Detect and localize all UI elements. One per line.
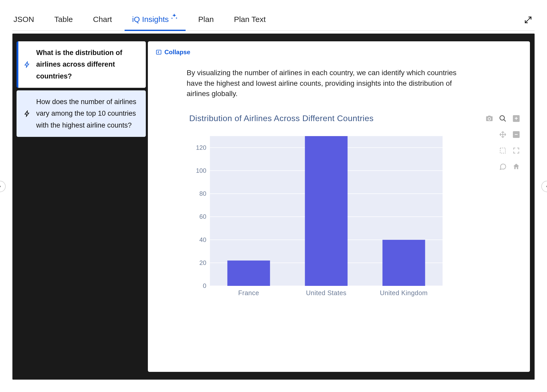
tab-label: iQ Insights: [132, 15, 169, 24]
svg-rect-0: [156, 50, 161, 54]
svg-text:120: 120: [196, 144, 206, 151]
tool-minus-icon[interactable]: −: [511, 130, 521, 139]
svg-rect-2: [500, 148, 505, 153]
svg-text:60: 60: [199, 213, 206, 220]
svg-text:United Kingdom: United Kingdom: [380, 289, 428, 296]
svg-text:40: 40: [199, 236, 206, 243]
tool-chat-icon[interactable]: [498, 162, 508, 171]
collapse-label: Collapse: [164, 49, 190, 56]
svg-text:20: 20: [199, 259, 206, 266]
svg-rect-22: [383, 240, 425, 286]
tab-label: Plan Text: [234, 15, 266, 24]
svg-text:United States: United States: [306, 289, 347, 296]
tool-home-icon[interactable]: [511, 162, 521, 171]
bolt-icon: [24, 61, 31, 68]
tab-label: Chart: [93, 15, 112, 24]
svg-text:100: 100: [196, 167, 206, 174]
tab-json[interactable]: JSON: [12, 10, 35, 30]
tab-plan[interactable]: Plan: [197, 10, 215, 30]
question-list: What is the distribution of airlines acr…: [17, 41, 146, 372]
svg-text:France: France: [238, 289, 259, 296]
tab-plan-text[interactable]: Plan Text: [233, 10, 267, 30]
insights-panel: What is the distribution of airlines acr…: [12, 34, 535, 380]
tool-select-icon[interactable]: [498, 146, 508, 155]
expand-button[interactable]: [524, 16, 535, 25]
question-text: How does the number of airlines vary amo…: [36, 96, 139, 131]
svg-rect-20: [305, 136, 348, 286]
svg-text:80: 80: [199, 190, 206, 197]
sparkles-icon: [170, 13, 178, 21]
tab-label: JSON: [13, 15, 34, 24]
tab-label: Table: [54, 15, 73, 24]
question-item[interactable]: How does the number of airlines vary amo…: [17, 90, 146, 137]
svg-rect-18: [227, 261, 270, 286]
tool-fullscreen-icon[interactable]: [511, 146, 521, 155]
question-text: What is the distribution of airlines acr…: [36, 47, 139, 82]
chart-toolbar: + −: [484, 114, 521, 171]
chart-area: Distribution of Airlines Across Differen…: [174, 114, 522, 302]
tab-iq-insights[interactable]: iQ Insights: [131, 10, 179, 30]
svg-point-1: [500, 116, 505, 120]
tab-bar: JSON Table Chart iQ Insights Plan Plan T…: [12, 0, 535, 31]
tool-plus-icon[interactable]: +: [511, 114, 521, 123]
bar-chart-svg: 020406080100120FranceUnited StatesUnited…: [189, 134, 448, 301]
insight-content: Collapse By visualizing the number of ai…: [148, 41, 530, 372]
chart-title: Distribution of Airlines Across Differen…: [189, 114, 522, 123]
tool-pan-icon[interactable]: [498, 130, 508, 139]
tool-zoom-icon[interactable]: [498, 114, 508, 123]
tab-label: Plan: [198, 15, 214, 24]
svg-text:0: 0: [203, 282, 206, 289]
collapse-button[interactable]: Collapse: [156, 49, 522, 56]
tool-camera-icon[interactable]: [484, 114, 494, 123]
bolt-icon: [24, 110, 31, 117]
insight-description: By visualizing the number of airlines in…: [187, 68, 474, 99]
tab-table[interactable]: Table: [53, 10, 74, 30]
chart-plot: 020406080100120FranceUnited StatesUnited…: [189, 134, 522, 302]
tab-chart[interactable]: Chart: [92, 10, 113, 30]
question-item[interactable]: What is the distribution of airlines acr…: [17, 41, 146, 88]
